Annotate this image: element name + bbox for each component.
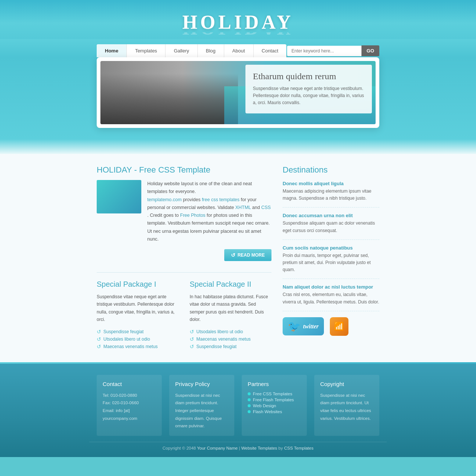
templatemo-link[interactable]: templatemo.com [147,197,181,202]
package-2-list: ↺ Utsodales libero ut odio ↺ Maecenas ve… [190,329,271,350]
free-flash-templates-link[interactable]: Free Flash Templates [253,398,294,402]
main-nav: Home Templates Gallery Blog About Contac… [97,44,286,57]
footer-partners-title: Partners [248,381,301,387]
footer-tel: Tel: 010-020-0880 [103,392,156,399]
site-title: HOLIDAY [0,11,476,33]
twitter-icon[interactable]: 🐦 twitter [283,317,324,335]
website-templates-link[interactable]: Website Templates [241,446,277,450]
footer-email: Email: info [at] yourcompany.com [103,407,156,422]
partner-item-2: Free Flash Templates [248,398,301,402]
nav-about[interactable]: About [224,44,254,57]
pkg-1-link-2[interactable]: Utsodales libero ut odio [103,337,150,342]
partners-list: Free CSS Templates Free Flash Templates … [248,392,301,414]
pkg-1-link-1[interactable]: Suspendisse feugiat [103,329,144,334]
search-button[interactable]: GO [361,45,379,56]
hero-text: Suspendisse vitae neque eget ante tristi… [253,85,364,107]
dest-text-3: Proin dui mauris, tempor eget, pulvinar … [283,252,379,274]
hero-image-box: Etharum quidem rerum Suspendisse vitae n… [97,57,379,128]
footer: Contact Tel: 010-020-0880 Fax: 020-010-0… [0,364,476,457]
article-text-4: . Credit goes to [147,213,180,218]
package-1-item-3: ↺ Maecenas venenatis metus [97,344,178,350]
dest-link-4[interactable]: Nam aliquet dolor ac nisl luctus tempor [283,284,379,290]
partner-dot-4 [248,410,251,413]
package-1-title: Special Package I [97,280,178,289]
site-title-reflection: HOLIDAY [0,32,476,39]
article-title: HOLIDAY - Free CSS Template [97,165,271,175]
content-area: HOLIDAY - Free CSS Template Holiday webs… [0,154,476,362]
web-design-link[interactable]: Web Design [253,403,276,408]
package-2-item-2: ↺ Maecenas venenatis metus [190,336,271,342]
pkg-1-link-3[interactable]: Maecenas venenatis metus [103,344,158,349]
dest-text-4: Cras nisl eros, elementum eu, iaculis vi… [283,291,379,305]
free-photos-link[interactable]: Free Photos [180,213,205,218]
sidebar: Destinations Donec mollis aliquet ligula… [283,165,379,351]
article-text-3: and [252,205,261,210]
nav-contact[interactable]: Contact [254,44,287,57]
free-css-templates-link[interactable]: Free CSS Templates [253,392,292,396]
company-name-link[interactable]: Your Company Name [197,446,238,450]
nav-templates[interactable]: Templates [127,44,165,57]
footer-copyright-col: Copyright Suspendisse at nisi nec diam p… [314,375,379,436]
package-1-item-2: ↺ Utsodales libero ut odio [97,336,178,342]
social-icons: 🐦 twitter 📶 [283,317,379,336]
free-css-link[interactable]: free css templates [202,197,239,202]
pkg-icon-1: ↺ [97,329,101,335]
xhtml-link[interactable]: XHTML [235,205,251,210]
sidebar-title: Destinations [283,165,379,175]
partner-item-3: Web Design [248,403,301,408]
package-1-list: ↺ Suspendisse feugiat ↺ Utsodales libero… [97,329,178,350]
search-input[interactable] [287,46,361,56]
dest-item-2: Donec accumsan urna non elit Suspendisse… [283,213,379,239]
pkg-icon-5: ↺ [190,336,194,342]
footer-partners: Partners Free CSS Templates Free Flash T… [242,375,307,436]
search-area: GO [287,45,379,56]
dest-text-1: Maecenas adipiscing elementum ipsum vita… [283,188,379,202]
dest-item-3: Cum sociis natoque penatibus Proin dui m… [283,245,379,279]
nav-home[interactable]: Home [97,44,127,57]
css-templates-link[interactable]: CSS Templates [284,446,313,450]
pkg-icon-6: ↺ [190,344,194,350]
nav-gallery[interactable]: Gallery [165,44,197,57]
dest-item-1: Donec mollis aliquet ligula Maecenas adi… [283,181,379,208]
footer-by: by [279,446,284,450]
nav-blog[interactable]: Blog [198,44,224,57]
pkg-2-link-3[interactable]: Suspendisse feugiat [196,344,237,349]
pkg-icon-2: ↺ [97,336,101,342]
rss-icon[interactable]: 📶 [330,317,348,336]
dest-item-4: Nam aliquet dolor ac nisl luctus tempor … [283,284,379,311]
rss-symbol: 📶 [334,322,344,331]
css-link[interactable]: CSS [261,205,271,210]
clearfix-1: READ MORE [97,249,271,265]
footer-copyright-title: Copyright [320,381,373,387]
partner-item-1: Free CSS Templates [248,392,301,396]
pkg-2-link-1[interactable]: Utsodales libero ut odio [196,329,243,334]
article-image [97,180,141,213]
package-2-item-3: ↺ Suspendisse feugiat [190,344,271,350]
footer-copyright-text: Suspendisse at nisi nec diam pretium tin… [320,392,373,422]
article-text-provides: provides [183,197,202,202]
package-1: Special Package I Suspendisse vitae nequ… [97,280,178,351]
twitter-label: twitter [303,323,319,330]
package-2-text: In hac habitasse platea dictumst. Fusce … [190,293,271,324]
flash-websites-link[interactable]: Flash Websites [253,409,282,414]
dest-link-1[interactable]: Donec mollis aliquet ligula [283,181,379,186]
partner-dot-3 [248,404,251,407]
footer-bottom: Copyright © 2048 Your Company Name | Web… [89,442,387,453]
footer-contact: Contact Tel: 010-020-0880 Fax: 020-010-0… [97,375,162,436]
partner-item-4: Flash Websites [248,409,301,414]
dest-link-3[interactable]: Cum sociis natoque penatibus [283,245,379,251]
article-text: Holiday website layout is one of the cle… [147,180,271,243]
article-divider [97,272,271,273]
hero-city-silhouette [100,61,238,124]
twitter-bird-icon: 🐦 [288,320,301,332]
footer-privacy-text: Suspendisse at nisi nec diam pretium tin… [175,392,228,430]
pkg-icon-3: ↺ [97,344,101,350]
dest-link-2[interactable]: Donec accumsan urna non elit [283,213,379,218]
partner-dot-1 [248,392,251,395]
package-2-title: Special Package II [190,280,271,289]
package-1-text: Suspendisse vitae neque eget ante tristi… [97,293,178,324]
pkg-2-link-2[interactable]: Maecenas venenatis metus [196,337,251,342]
read-more-button[interactable]: READ MORE [224,249,271,261]
footer-contact-title: Contact [103,381,156,387]
footer-copy-text: Copyright © 2048 [163,446,197,450]
